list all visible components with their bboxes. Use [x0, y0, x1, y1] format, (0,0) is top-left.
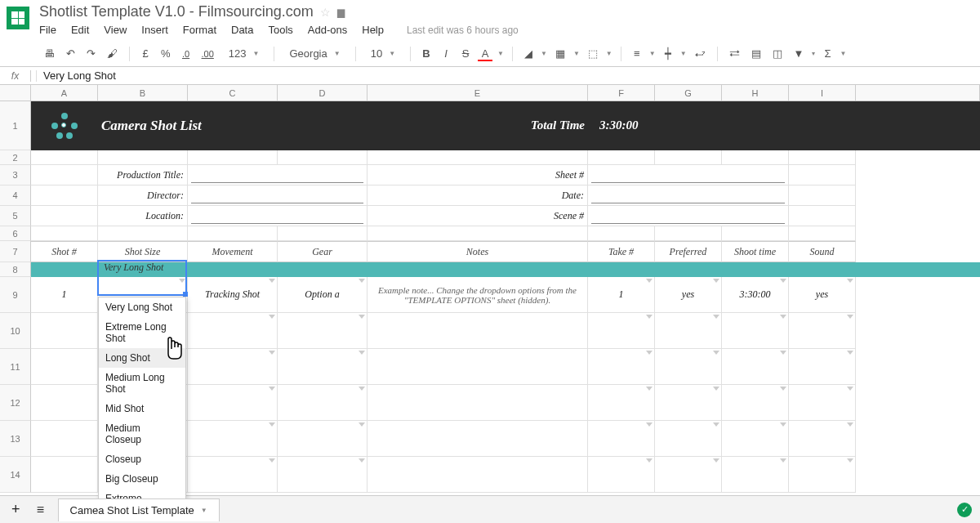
cell[interactable]	[188, 313, 278, 349]
cell[interactable]	[31, 101, 98, 150]
cell[interactable]	[655, 349, 722, 385]
cell[interactable]: yes	[789, 277, 856, 313]
cell[interactable]	[31, 457, 98, 493]
dropdown-arrow-icon[interactable]	[713, 422, 719, 427]
dropdown-arrow-icon[interactable]	[780, 315, 786, 319]
dropdown-arrow-icon[interactable]	[646, 279, 653, 283]
dropdown-option[interactable]: Medium Closeup	[99, 418, 185, 449]
cell[interactable]	[188, 206, 368, 226]
dropdown-option[interactable]: Mid Shot	[99, 399, 185, 418]
cell[interactable]	[722, 150, 789, 165]
menu-addons[interactable]: Add-ons	[308, 24, 347, 36]
row-header[interactable]: 3	[0, 165, 31, 186]
cell[interactable]: 1	[588, 277, 655, 313]
functions-button[interactable]: Σ	[820, 46, 835, 61]
cell[interactable]	[789, 313, 856, 349]
cell[interactable]	[278, 313, 368, 349]
cell[interactable]	[655, 421, 722, 457]
cell[interactable]: Sound	[789, 241, 856, 262]
dropdown-arrow-icon[interactable]	[847, 279, 853, 283]
filter-button[interactable]: ▼	[791, 46, 808, 61]
cell[interactable]: Scene #	[368, 206, 588, 226]
strikethrough-button[interactable]: S	[458, 46, 473, 61]
print-icon[interactable]: 🖶	[41, 46, 58, 61]
column-header[interactable]: B	[98, 85, 188, 101]
fill-color-button[interactable]: ◢	[521, 46, 536, 61]
cell[interactable]: Director:	[98, 186, 188, 206]
cell[interactable]	[588, 457, 655, 493]
row-header[interactable]: 9	[0, 277, 31, 313]
increase-decimal-button[interactable]: .00	[198, 47, 217, 60]
cell[interactable]: Gear	[278, 241, 368, 262]
cell[interactable]	[789, 186, 856, 206]
cell[interactable]: Movement	[188, 241, 278, 262]
cell[interactable]	[588, 262, 655, 277]
dropdown-arrow-icon[interactable]	[646, 387, 653, 391]
dropdown-arrow-icon[interactable]	[359, 279, 365, 283]
text-color-button[interactable]: A	[478, 46, 492, 61]
dropdown-arrow-icon[interactable]	[847, 422, 853, 427]
dropdown-arrow-icon[interactable]	[847, 351, 853, 355]
currency-button[interactable]: £	[138, 46, 153, 61]
cell[interactable]: Sheet #	[368, 165, 588, 186]
cell[interactable]	[588, 385, 655, 421]
dropdown-arrow-icon[interactable]	[269, 422, 275, 427]
cell[interactable]	[588, 226, 655, 241]
menu-file[interactable]: File	[39, 24, 56, 36]
menu-tools[interactable]: Tools	[268, 24, 292, 36]
cell[interactable]: 1	[31, 277, 98, 313]
paint-format-icon[interactable]: 🖌	[104, 46, 121, 61]
dropdown-arrow-icon[interactable]	[646, 351, 653, 355]
cell[interactable]: Take #	[588, 241, 655, 262]
cell[interactable]	[278, 349, 368, 385]
dropdown-arrow-icon[interactable]	[359, 458, 365, 463]
comment-button[interactable]: ▤	[748, 46, 764, 61]
cell[interactable]	[188, 165, 368, 186]
column-header[interactable]: E	[368, 85, 588, 101]
cell[interactable]	[368, 457, 588, 493]
dropdown-arrow-icon[interactable]	[713, 458, 719, 463]
cell[interactable]	[655, 262, 722, 277]
dropdown-arrow-icon[interactable]	[269, 458, 275, 463]
cell[interactable]	[31, 186, 98, 206]
cell[interactable]	[368, 262, 588, 277]
cell[interactable]	[278, 262, 368, 277]
cell[interactable]	[588, 206, 789, 226]
cell[interactable]	[789, 421, 856, 457]
cell[interactable]	[588, 165, 789, 186]
cell[interactable]: Shot #	[31, 241, 98, 262]
menu-format[interactable]: Format	[183, 24, 216, 36]
cell[interactable]	[722, 421, 789, 457]
cell[interactable]	[278, 226, 368, 241]
cell[interactable]: Shoot time	[722, 241, 789, 262]
dropdown-option[interactable]: Closeup	[99, 449, 185, 469]
cell[interactable]	[188, 186, 368, 206]
menu-help[interactable]: Help	[362, 24, 384, 36]
cell[interactable]	[188, 226, 278, 241]
cell[interactable]	[655, 313, 722, 349]
formula-input[interactable]: Very Long Shot	[42, 69, 980, 82]
cell[interactable]	[31, 206, 98, 226]
cell[interactable]: Option a	[278, 277, 368, 313]
cell[interactable]	[31, 165, 98, 186]
font-select[interactable]: Georgia▼	[283, 46, 346, 61]
column-header[interactable]: A	[31, 85, 98, 101]
cell[interactable]	[188, 385, 278, 421]
bold-button[interactable]: B	[419, 46, 434, 61]
row-header[interactable]: 2	[0, 150, 31, 165]
column-header[interactable]: D	[278, 85, 368, 101]
select-all-corner[interactable]	[0, 85, 31, 101]
menu-data[interactable]: Data	[231, 24, 253, 36]
cell[interactable]: Tracking Shot	[188, 277, 278, 313]
menu-edit[interactable]: Edit	[71, 24, 89, 36]
cell[interactable]	[368, 421, 588, 457]
column-header[interactable]: G	[655, 85, 722, 101]
cell[interactable]	[722, 262, 789, 277]
dropdown-arrow-icon[interactable]	[646, 458, 653, 463]
number-format-select[interactable]: 123▼	[222, 46, 266, 61]
undo-icon[interactable]: ↶	[63, 46, 78, 61]
dropdown-arrow-icon[interactable]	[780, 387, 786, 391]
dropdown-arrow-icon[interactable]	[713, 351, 719, 355]
cell[interactable]	[31, 226, 98, 241]
dropdown-arrow-icon[interactable]	[646, 315, 653, 319]
